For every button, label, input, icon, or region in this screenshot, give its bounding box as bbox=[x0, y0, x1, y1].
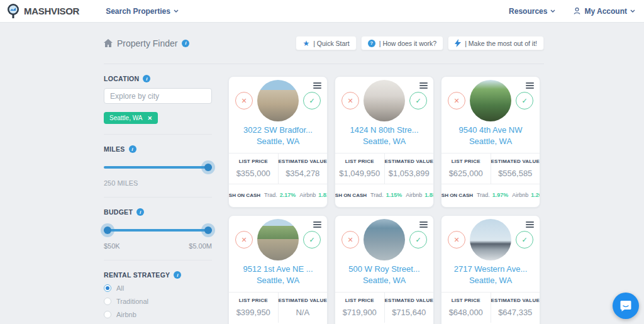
reject-property-button[interactable]: ✕ bbox=[341, 231, 359, 249]
list-price-label: LIST PRICE bbox=[229, 298, 278, 303]
budget-max-value: $5.00M bbox=[189, 242, 212, 250]
radio-all[interactable]: All bbox=[104, 284, 212, 292]
nav-search-properties[interactable]: Search Properties bbox=[106, 7, 179, 16]
miles-value: 250 MILES bbox=[104, 179, 212, 187]
trad-label: Trad. bbox=[370, 192, 384, 198]
properties-grid: ✕ ✓ 3022 SW Bradfor... Seattle, WA LIST … bbox=[228, 64, 543, 324]
property-city-link[interactable]: Seattle, WA bbox=[229, 276, 327, 285]
property-photo[interactable] bbox=[470, 219, 511, 260]
property-address-link[interactable]: 1424 N 80th Stre... bbox=[335, 125, 433, 135]
estimated-value: $715,640 bbox=[385, 308, 434, 317]
coc-label: CASH ON CASH bbox=[228, 193, 260, 198]
property-city-link[interactable]: Seattle, WA bbox=[441, 137, 540, 146]
property-address-link[interactable]: 500 W Roy Street... bbox=[335, 264, 433, 274]
reject-property-button[interactable]: ✕ bbox=[235, 92, 253, 109]
reject-property-button[interactable]: ✕ bbox=[448, 92, 465, 109]
filters-sidebar: LOCATION i Seattle, WA ✕ MILES i bbox=[104, 64, 212, 324]
bolt-icon bbox=[455, 39, 461, 47]
property-address-link[interactable]: 9540 4th Ave NW bbox=[441, 125, 540, 135]
info-icon[interactable]: i bbox=[174, 271, 181, 279]
nav-my-account[interactable]: My Account bbox=[573, 7, 635, 16]
info-icon[interactable]: i bbox=[129, 145, 136, 153]
property-address-link[interactable]: 9512 1st Ave NE ... bbox=[229, 264, 327, 274]
cash-on-cash-row: CASH ON CASH Trad. 1.15% Airbnb 1.88% bbox=[335, 184, 433, 206]
accept-property-button[interactable]: ✓ bbox=[409, 92, 427, 109]
filter-budget: BUDGET i $50K $5.00M bbox=[104, 198, 212, 260]
nav-resources-label: Resources bbox=[509, 7, 547, 16]
property-city-link[interactable]: Seattle, WA bbox=[441, 276, 540, 285]
remove-tag-icon[interactable]: ✕ bbox=[147, 115, 152, 121]
budget-label: BUDGET bbox=[104, 208, 133, 216]
filter-miles: MILES i 250 MILES bbox=[104, 135, 212, 198]
property-city-link[interactable]: Seattle, WA bbox=[335, 276, 433, 285]
estimated-value: $556,585 bbox=[491, 169, 540, 178]
miles-slider-handle[interactable] bbox=[204, 164, 212, 171]
quick-start-label: | Quick Start bbox=[313, 40, 350, 47]
quick-start-button[interactable]: ★ | Quick Start bbox=[296, 36, 356, 50]
property-card: ✕ ✓ 3022 SW Bradfor... Seattle, WA LIST … bbox=[228, 76, 328, 208]
budget-slider-handle-min[interactable] bbox=[104, 226, 111, 234]
estimated-value-label: ESTIMATED VALUE bbox=[385, 159, 434, 164]
accept-property-button[interactable]: ✓ bbox=[303, 231, 321, 249]
info-icon[interactable]: i bbox=[182, 40, 189, 47]
nav-resources[interactable]: Resources bbox=[509, 7, 555, 16]
make-most-button[interactable]: | Make the most out of it! bbox=[448, 36, 544, 50]
property-city-link[interactable]: Seattle, WA bbox=[229, 137, 327, 146]
airbnb-label: Airbnb bbox=[299, 192, 316, 198]
reject-property-button[interactable]: ✕ bbox=[341, 92, 359, 109]
card-menu-icon[interactable] bbox=[419, 221, 428, 228]
card-menu-icon[interactable] bbox=[419, 82, 428, 89]
card-menu-icon[interactable] bbox=[526, 221, 534, 228]
radio-icon[interactable] bbox=[104, 298, 111, 305]
miles-label: MILES bbox=[104, 145, 125, 153]
radio-all-label: All bbox=[116, 284, 124, 292]
nav-my-account-label: My Account bbox=[584, 7, 627, 16]
info-icon[interactable]: i bbox=[136, 208, 144, 216]
accept-property-button[interactable]: ✓ bbox=[516, 92, 533, 109]
property-address-link[interactable]: 3022 SW Bradfor... bbox=[229, 125, 327, 135]
chat-launcher-button[interactable] bbox=[613, 293, 639, 319]
budget-slider-handle-max[interactable] bbox=[204, 226, 212, 234]
accept-property-button[interactable]: ✓ bbox=[303, 92, 321, 109]
property-photo[interactable] bbox=[470, 80, 511, 121]
miles-slider[interactable] bbox=[104, 163, 212, 172]
property-photo[interactable] bbox=[364, 219, 405, 260]
radio-icon[interactable] bbox=[104, 311, 111, 318]
trad-coc-value: 1.97% bbox=[492, 192, 509, 198]
list-price-label: LIST PRICE bbox=[441, 159, 491, 164]
top-navbar: MASHVISOR Search Properties Resources My… bbox=[0, 0, 644, 23]
property-photo[interactable] bbox=[257, 80, 299, 121]
reject-property-button[interactable]: ✕ bbox=[448, 231, 465, 249]
question-icon: ? bbox=[368, 40, 375, 47]
cash-on-cash-row: CASH ON CASH Trad. 1.97% Airbnb 1.20% bbox=[441, 184, 540, 206]
list-price-label: LIST PRICE bbox=[335, 298, 384, 303]
budget-min-value: $50K bbox=[104, 242, 120, 250]
radio-icon[interactable] bbox=[104, 284, 111, 292]
brand-logo[interactable]: MASHVISOR bbox=[6, 3, 79, 20]
property-photo[interactable] bbox=[257, 219, 299, 260]
budget-slider-track[interactable] bbox=[104, 229, 212, 232]
accept-property-button[interactable]: ✓ bbox=[516, 231, 533, 249]
mashvisor-logo-icon bbox=[6, 3, 20, 20]
card-menu-icon[interactable] bbox=[313, 221, 321, 228]
airbnb-coc-value: 1.83% bbox=[318, 192, 328, 198]
property-photo[interactable] bbox=[364, 80, 405, 121]
radio-traditional[interactable]: Traditional bbox=[104, 298, 212, 305]
card-menu-icon[interactable] bbox=[313, 82, 321, 89]
card-menu-icon[interactable] bbox=[526, 82, 534, 89]
budget-slider[interactable] bbox=[104, 226, 212, 235]
property-address-link[interactable]: 2717 Western Ave... bbox=[441, 264, 540, 274]
airbnb-label: Airbnb bbox=[512, 192, 528, 198]
trad-coc-value: 2.17% bbox=[280, 192, 296, 198]
info-icon[interactable]: i bbox=[143, 75, 150, 82]
how-does-it-work-button[interactable]: ? | How does it work? bbox=[361, 36, 443, 50]
trad-label: Trad. bbox=[477, 192, 490, 198]
reject-property-button[interactable]: ✕ bbox=[235, 231, 253, 249]
accept-property-button[interactable]: ✓ bbox=[409, 231, 427, 249]
property-city-link[interactable]: Seattle, WA bbox=[335, 137, 433, 146]
trad-coc-value: 1.15% bbox=[386, 192, 402, 198]
location-tag[interactable]: Seattle, WA ✕ bbox=[104, 112, 158, 124]
miles-slider-track[interactable] bbox=[104, 166, 212, 169]
radio-airbnb[interactable]: Airbnb bbox=[104, 311, 212, 318]
city-search-input[interactable] bbox=[104, 88, 212, 104]
